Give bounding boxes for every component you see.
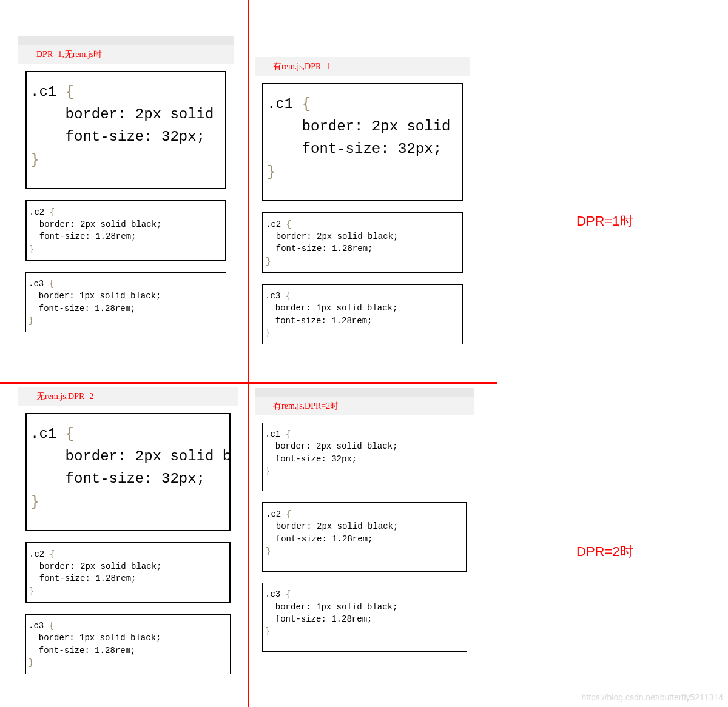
code-line: font-size: 1.28rem;: [265, 614, 372, 624]
brace-open: {: [286, 589, 291, 599]
panel-header: 无rem.js,DPR=2: [18, 387, 238, 406]
panel-bottom-left: 无rem.js,DPR=2 .c1 { border: 2px solid b …: [18, 387, 238, 692]
code-box-c2: .c2 { border: 2px solid black; font-size…: [25, 542, 231, 603]
code-line: font-size: 32px;: [30, 129, 205, 145]
brace-close: }: [265, 328, 270, 338]
code-box-c3: .c3 { border: 1px solid black; font-size…: [262, 284, 463, 344]
code-line: font-size: 1.28rem;: [266, 244, 372, 253]
panel-top-right: 有rem.js,DPR=1 .c1 { border: 2px solid fo…: [255, 57, 470, 363]
watermark: https://blog.csdn.net/butterfly5211314: [582, 692, 724, 702]
code-line: font-size: 32px;: [267, 141, 442, 157]
brace-open: {: [66, 84, 74, 100]
brace-close: }: [29, 586, 34, 596]
panel-title: 有rem.js,DPR=2时: [273, 401, 339, 410]
panel-top-left: DPR=1,无rem.js时 .c1 { border: 2px solid f…: [18, 36, 234, 350]
code-line: border: 1px solid black;: [265, 602, 397, 612]
code-box-c1: .c1 { border: 2px solid black; font-size…: [262, 423, 467, 491]
brace-close: }: [266, 546, 271, 556]
code-line: border: 2px solid b: [30, 448, 231, 464]
panel-content: .c1 { border: 2px solid font-size: 32px;…: [18, 64, 234, 350]
panel-content: .c1 { border: 2px solid b font-size: 32p…: [18, 406, 238, 692]
code-line: font-size: 1.28rem;: [29, 232, 136, 241]
code-box-c2: .c2 { border: 2px solid black; font-size…: [262, 502, 467, 572]
code-line: font-size: 1.28rem;: [29, 646, 135, 655]
panel-header: 有rem.js,DPR=1: [255, 57, 470, 76]
code-line: border: 2px solid black;: [266, 521, 398, 531]
selector: .c1: [30, 426, 56, 442]
code-line: font-size: 1.28rem;: [29, 574, 136, 583]
code-line: border: 2px solid: [30, 106, 214, 122]
code-line: font-size: 32px;: [30, 471, 205, 487]
brace-close: }: [265, 626, 270, 636]
code-box-c3: .c3 { border: 1px solid black; font-size…: [262, 583, 467, 651]
brace-open: {: [286, 509, 291, 519]
divider-vertical: [248, 0, 249, 707]
code-box-c2: .c2 { border: 2px solid black; font-size…: [25, 200, 226, 261]
code-box-c1: .c1 { border: 2px solid font-size: 32px;…: [262, 83, 463, 201]
code-line: border: 1px solid black;: [265, 303, 397, 313]
brace-open: {: [49, 621, 54, 631]
panel-title: 无rem.js,DPR=2: [36, 392, 93, 401]
brace-close: }: [30, 494, 39, 510]
panel-title: 有rem.js,DPR=1: [273, 62, 330, 71]
panel-toolbar: [255, 388, 474, 397]
brace-close: }: [267, 164, 275, 180]
code-line: border: 2px solid black;: [29, 219, 161, 229]
selector: .c2: [266, 509, 281, 519]
code-line: border: 2px solid black;: [266, 232, 398, 241]
panel-content: .c1 { border: 2px solid font-size: 32px;…: [255, 76, 470, 363]
code-box-c3: .c3 { border: 1px solid black; font-size…: [25, 614, 231, 674]
brace-open: {: [286, 291, 291, 301]
code-box-c1: .c1 { border: 2px solid font-size: 32px;…: [25, 71, 226, 189]
panel-title: DPR=1,无rem.js时: [36, 50, 102, 59]
code-line: font-size: 1.28rem;: [266, 534, 372, 544]
selector: .c3: [265, 589, 280, 599]
brace-open: {: [50, 207, 55, 217]
code-line: border: 1px solid black;: [29, 633, 161, 643]
code-box-c2: .c2 { border: 2px solid black; font-size…: [262, 212, 463, 273]
selector: .c3: [29, 621, 44, 631]
brace-close: }: [29, 316, 33, 326]
brace-open: {: [286, 219, 291, 229]
brace-close: }: [266, 256, 271, 266]
code-line: font-size: 1.28rem;: [29, 304, 135, 313]
code-line: border: 1px solid black;: [29, 291, 161, 301]
panel-content: .c1 { border: 2px solid black; font-size…: [255, 415, 474, 670]
code-box-c1: .c1 { border: 2px solid b font-size: 32p…: [25, 413, 231, 531]
selector: .c3: [265, 291, 280, 301]
brace-open: {: [50, 549, 55, 559]
brace-close: }: [30, 152, 39, 168]
panel-header: DPR=1,无rem.js时: [18, 45, 234, 64]
brace-close: }: [29, 244, 34, 254]
side-label-dpr2: DPR=2时: [576, 543, 633, 561]
selector: .c2: [29, 549, 44, 559]
code-line: border: 2px solid black;: [29, 561, 161, 571]
brace-open: {: [49, 279, 54, 289]
selector: .c1: [267, 96, 293, 112]
brace-open: {: [302, 96, 311, 112]
selector: .c2: [29, 207, 44, 217]
code-line: font-size: 32px;: [265, 454, 357, 464]
brace-close: }: [265, 466, 270, 476]
code-line: border: 2px solid black;: [265, 441, 397, 451]
code-line: border: 2px solid: [267, 118, 450, 135]
brace-open: {: [66, 426, 74, 442]
selector: .c3: [29, 279, 44, 289]
code-box-c3: .c3 { border: 1px solid black; font-size…: [25, 272, 226, 332]
code-line: font-size: 1.28rem;: [265, 316, 372, 326]
selector: .c1: [265, 429, 280, 439]
selector: .c1: [30, 84, 56, 100]
selector: .c2: [266, 219, 281, 229]
panel-header: 有rem.js,DPR=2时: [255, 397, 474, 415]
brace-open: {: [286, 429, 291, 439]
panel-toolbar: [18, 36, 234, 45]
brace-close: }: [29, 658, 33, 668]
side-label-dpr1: DPR=1时: [576, 212, 633, 230]
panel-bottom-right: 有rem.js,DPR=2时 .c1 { border: 2px solid b…: [255, 388, 474, 670]
divider-horizontal: [0, 382, 497, 384]
